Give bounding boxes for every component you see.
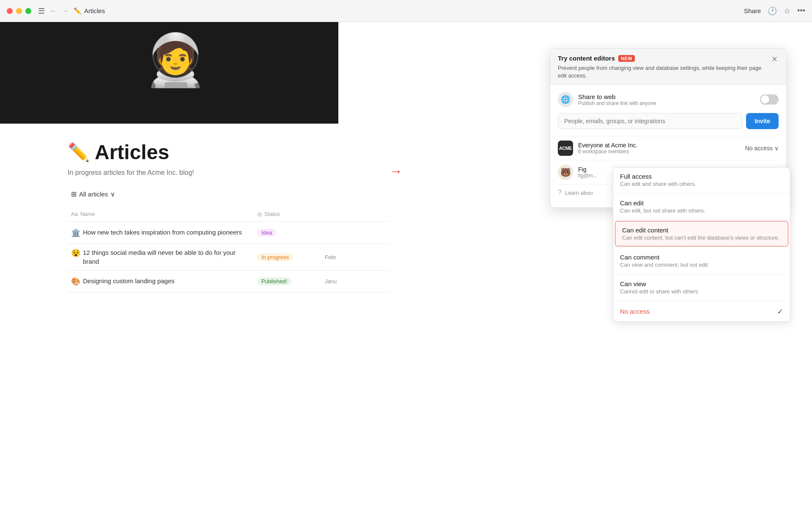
row-date-cell [321,229,389,237]
view-selector[interactable]: ⊞ All articles ∨ [68,188,118,200]
dropdown-item-title: Can comment [620,254,783,261]
history-icon[interactable]: 🕐 [768,6,777,16]
status-badge: In progress [257,253,293,261]
table-row[interactable]: 🎨 Designing custom landing pages Publish… [68,271,389,293]
page-icon: ✏️ [68,142,90,163]
member-email: 8 workspace members [578,149,637,155]
main-content: 🧑‍🚀 ✏️ Articles In progress articles for… [0,22,812,508]
share-web-icon: 🌐 [558,92,573,107]
invite-button[interactable]: Invite [746,113,779,129]
name-column-header: Aa Name [68,209,254,219]
row-name-cell: 😵 12 things social media will never be a… [68,244,254,270]
share-panel-header: Try content editors NEW Prevent people f… [550,49,786,85]
status-badge: Idea [257,229,276,237]
share-web-toggle[interactable] [760,94,779,105]
row-status-cell: Published! [254,273,321,290]
menu-icon[interactable]: ☰ [38,6,45,16]
grid-icon: ⊞ [71,190,77,198]
minimize-button[interactable] [16,8,22,14]
dropdown-item-title: No access [620,308,650,315]
nav-controls: ☰ ← → [38,6,69,16]
dropdown-item-no-access[interactable]: No access ✓ [613,302,790,321]
dropdown-item-desc: Can edit, but not share with others. [620,207,783,214]
chevron-down-icon: ∨ [774,145,779,152]
share-panel-title-row: Try content editors NEW [558,55,771,62]
date-column-header [321,209,389,219]
astronaut-image: 🧑‍🚀 [144,30,207,90]
dropdown-item-title: Can view [620,280,783,287]
chevron-down-icon: ∨ [110,190,115,198]
row-icon: 😵 [71,248,80,258]
share-web-title: Share to web [578,93,656,100]
dropdown-item-desc: Can edit content, but can't edit the dat… [622,235,781,241]
view-label: All articles [79,190,108,198]
invite-row: Invite [558,113,779,129]
title-icon: ✏️ [74,7,82,15]
fullscreen-button[interactable] [25,8,31,14]
forward-button[interactable]: → [62,7,69,15]
share-button[interactable]: Share [744,7,761,14]
table-header: Aa Name ◎ Status [68,207,389,222]
divider [613,220,790,220]
check-icon: ✓ [777,307,783,316]
articles-table: Aa Name ◎ Status 🏛️ How new tech takes i… [68,207,389,293]
member-info: Fig fig@m... [578,166,597,179]
dropdown-item-title: Full access [620,173,783,180]
member-row-acme: ACME Everyone at Acme Inc. 8 workspace m… [558,136,779,160]
titlebar-title-text: Articles [84,7,105,14]
learn-text: Learn abou [565,190,593,196]
share-panel-description: Prevent people from changing view and da… [558,64,771,80]
bookmark-icon[interactable]: ☆ [784,6,790,16]
table-row[interactable]: 🏛️ How new tech takes inspiration from c… [68,222,389,244]
invite-input[interactable] [558,113,743,129]
row-status-cell: Idea [254,224,321,241]
table-row[interactable]: 😵 12 things social media will never be a… [68,244,389,271]
titlebar-right: Share 🕐 ☆ ••• [744,6,805,16]
traffic-lights [7,8,31,14]
dropdown-item-can-comment[interactable]: Can comment Can view and comment, but no… [613,248,790,273]
member-left: ACME Everyone at Acme Inc. 8 workspace m… [558,141,637,156]
dropdown-item-desc: Cannot edit or share with others. [620,288,783,295]
dropdown-item-can-view[interactable]: Can view Cannot edit or share with other… [613,275,790,300]
dropdown-item-full-access[interactable]: Full access Can edit and share with othe… [613,168,790,192]
share-panel-header-content: Try content editors NEW Prevent people f… [558,55,771,80]
titlebar: ☰ ← → ✏️ Articles Share 🕐 ☆ ••• [0,0,812,22]
text-icon: Aa [71,211,78,217]
divider [613,247,790,248]
share-to-web-row: 🌐 Share to web Publish and share link wi… [558,92,779,107]
share-panel-title: Try content editors [558,55,615,62]
share-to-web-left: 🌐 Share to web Publish and share link wi… [558,92,656,107]
dropdown-item-title: Can edit [620,199,783,207]
row-title: 12 things social media will never be abl… [83,248,250,266]
share-panel: Try content editors NEW Prevent people f… [550,48,787,208]
status-column-header: ◎ Status [254,209,321,219]
dropdown-item-can-edit-content[interactable]: Can edit content Can edit content, but c… [615,221,788,246]
divider [613,301,790,301]
divider [613,274,790,274]
row-date-cell: Janu [321,274,389,289]
row-status-cell: In progress [254,249,321,265]
status-icon: ◎ [257,211,262,217]
dropdown-item-can-edit[interactable]: Can edit Can edit, but not share with ot… [613,194,790,219]
row-name-cell: 🎨 Designing custom landing pages [68,272,254,290]
close-icon[interactable]: ✕ [771,55,779,64]
row-icon: 🏛️ [71,228,80,237]
back-button[interactable]: ← [50,7,57,15]
member-name: Fig [578,166,597,173]
member-role-dropdown[interactable]: No access ∨ [745,145,779,152]
row-name-cell: 🏛️ How new tech takes inspiration from c… [68,224,254,242]
more-icon[interactable]: ••• [797,6,805,15]
hero-banner: 🧑‍🚀 [0,22,338,124]
dropdown-item-title: Can edit content [622,226,781,234]
share-web-labels: Share to web Publish and share link with… [578,93,656,106]
arrow-indicator: → [389,163,403,179]
dropdown-item-desc: Can view and comment, but not edit. [620,262,783,268]
member-left: 🐻 Fig fig@m... [558,165,597,180]
role-dropdown-menu: Full access Can edit and share with othe… [613,167,790,322]
page-title: Articles [95,141,169,164]
dropdown-item-desc: Can edit and share with others. [620,181,783,187]
close-button[interactable] [7,8,13,14]
row-title: Designing custom landing pages [83,276,175,285]
member-email: fig@m... [578,173,597,179]
acme-avatar: ACME [558,141,573,156]
